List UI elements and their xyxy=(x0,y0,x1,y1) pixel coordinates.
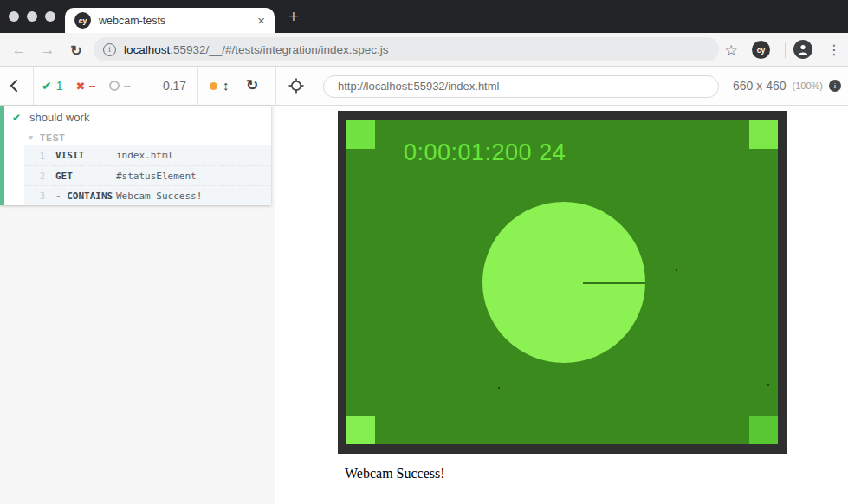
command-row[interactable]: 1 VISIT index.html xyxy=(24,145,271,165)
command-row[interactable]: 2 GET #statusElement xyxy=(24,165,271,185)
corner-marker-top-left xyxy=(346,120,375,149)
webcam-timestamp: 0:00:01:200 24 xyxy=(404,139,566,166)
viewport-info: 660 x 460 (100%) i xyxy=(733,67,841,105)
command-message: #statusElement xyxy=(116,171,197,182)
new-tab-button[interactable]: + xyxy=(283,6,304,27)
test-pass-check-icon: ✔ xyxy=(12,112,21,124)
pending-circle-icon[interactable] xyxy=(109,81,120,91)
url-host: localhost xyxy=(124,43,170,56)
noise-speck xyxy=(767,384,769,386)
webcam-test-pattern: 0:00:01:200 24 xyxy=(346,120,778,444)
cypress-runner-window: cy webcam-tests × + ← → ↻ i localhost:55… xyxy=(0,0,848,504)
command-message: index.html xyxy=(116,150,173,161)
forward-icon[interactable]: → xyxy=(37,40,58,61)
command-method: VISIT xyxy=(55,150,116,161)
command-method: - CONTAINS xyxy=(55,191,116,202)
test-group-label: TEST xyxy=(40,132,65,143)
url-text: localhost:55932/__/#/tests/integration/i… xyxy=(124,43,388,56)
restart-tests-icon[interactable]: ↻ xyxy=(246,67,258,105)
browser-nav-bar: ← → ↻ i localhost:55932/__/#/tests/integ… xyxy=(0,33,848,67)
status-text: Webcam Success! xyxy=(345,466,445,481)
command-method: GET xyxy=(55,171,116,182)
duration-label: 0.17 xyxy=(152,67,197,105)
command-number: 2 xyxy=(24,171,45,181)
test-stats: ✔ 1 ✖ -- -- xyxy=(42,67,130,105)
tab-title: webcam-tests xyxy=(99,15,257,27)
passed-count[interactable]: 1 xyxy=(56,79,63,93)
noise-speck xyxy=(498,387,500,389)
back-icon[interactable]: ← xyxy=(9,40,29,61)
toolbar-divider xyxy=(197,67,198,105)
command-log-sidebar: ✔ should work ▾ TEST 1 VISIT index.html … xyxy=(0,106,275,504)
chevron-down-icon: ▾ xyxy=(29,132,33,142)
window-minimize-dot[interactable] xyxy=(27,11,37,22)
window-close-dot[interactable] xyxy=(9,11,19,22)
test-header[interactable]: ✔ should work xyxy=(0,106,271,129)
browser-tab-active[interactable]: cy webcam-tests × xyxy=(65,8,275,33)
aut-url-field[interactable]: http://localhost:55932/index.html xyxy=(323,75,719,98)
browser-tab-strip: cy webcam-tests × + xyxy=(0,0,848,33)
viewport-size-label: 660 x 460 xyxy=(733,79,787,93)
command-number: 3 xyxy=(24,191,45,201)
address-bar[interactable]: i localhost:55932/__/#/tests/integration… xyxy=(94,37,719,61)
failed-cross-icon[interactable]: ✖ xyxy=(76,80,86,93)
site-info-icon[interactable]: i xyxy=(103,43,116,56)
failed-count[interactable]: -- xyxy=(88,79,94,93)
webcam-scan-line xyxy=(583,282,645,284)
toolbar-divider xyxy=(275,67,276,105)
test-group-toggle[interactable]: ▾ TEST xyxy=(0,129,271,145)
corner-marker-bottom-right xyxy=(749,416,778,444)
viewport-info-icon[interactable]: i xyxy=(829,80,841,92)
close-tab-icon[interactable]: × xyxy=(257,14,265,27)
viewport-scale-label: (100%) xyxy=(793,81,823,91)
pending-count[interactable]: -- xyxy=(124,79,130,93)
toolbar-divider xyxy=(33,67,34,105)
bookmark-star-icon[interactable]: ☆ xyxy=(722,41,741,60)
cypress-favicon-icon: cy xyxy=(74,12,91,29)
reload-icon[interactable]: ↻ xyxy=(66,40,87,61)
reporter-toolbar: ✔ 1 ✖ -- -- 0.17 ↕ ↻ http://localhost:55… xyxy=(0,67,848,106)
aut-viewport: 0:00:01:200 24 Webcam Success! xyxy=(276,106,848,504)
scroll-toggle-icon[interactable]: ↕ xyxy=(223,67,230,105)
collapse-reporter-icon[interactable] xyxy=(9,79,21,93)
noise-speck xyxy=(676,269,677,271)
test-card: ✔ should work ▾ TEST 1 VISIT index.html … xyxy=(0,106,271,205)
test-title: should work xyxy=(29,111,89,124)
url-path: :55932/__/#/tests/integration/index.spec… xyxy=(170,43,388,56)
corner-marker-top-right xyxy=(749,120,778,149)
passed-check-icon[interactable]: ✔ xyxy=(42,79,52,93)
test-pass-strip xyxy=(0,106,4,205)
selector-playground-icon[interactable] xyxy=(288,78,304,94)
auto-scroll-dot-icon[interactable] xyxy=(210,82,217,90)
profile-avatar-icon[interactable] xyxy=(793,40,812,59)
command-message: Webcam Success! xyxy=(116,191,202,202)
nav-divider xyxy=(785,42,786,58)
command-row[interactable]: 3 - CONTAINS Webcam Success! xyxy=(24,185,271,205)
corner-marker-bottom-left xyxy=(346,416,375,444)
webcam-video-frame: 0:00:01:200 24 xyxy=(338,111,787,454)
window-zoom-dot[interactable] xyxy=(45,11,55,22)
cypress-extension-icon[interactable]: cy xyxy=(752,41,770,59)
browser-menu-icon[interactable]: ⋮ xyxy=(825,40,844,59)
command-number: 1 xyxy=(24,151,45,161)
command-list: 1 VISIT index.html 2 GET #statusElement … xyxy=(24,145,271,205)
